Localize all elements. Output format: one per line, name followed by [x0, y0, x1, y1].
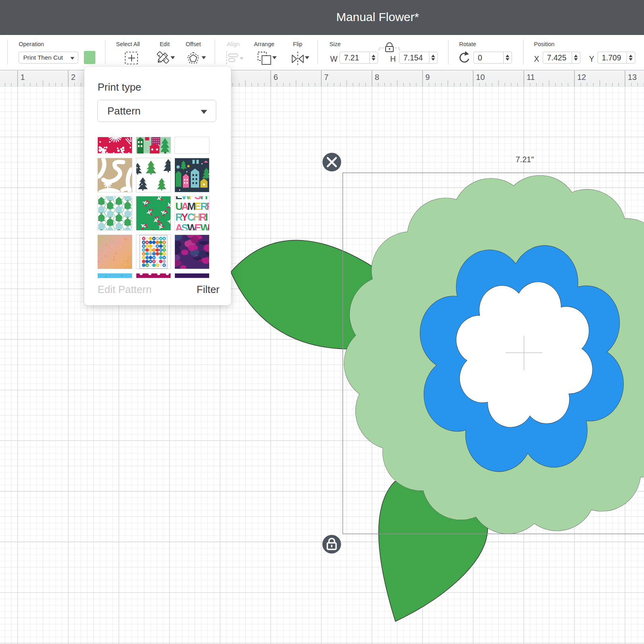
svg-text:8: 8 — [375, 73, 379, 81]
svg-text:I: I — [205, 211, 208, 223]
svg-text:2: 2 — [71, 73, 76, 81]
svg-text:9: 9 — [425, 73, 430, 81]
svg-text:7.21": 7.21" — [516, 155, 534, 164]
svg-text:13: 13 — [628, 73, 636, 81]
svg-text:R: R — [206, 200, 209, 212]
svg-text:12: 12 — [577, 73, 586, 81]
svg-text:7: 7 — [324, 73, 328, 81]
svg-text:1: 1 — [20, 73, 25, 81]
svg-text:6: 6 — [274, 73, 278, 81]
svg-text:11: 11 — [527, 73, 535, 81]
svg-text:I: I — [208, 222, 209, 230]
svg-text:10: 10 — [476, 73, 485, 81]
